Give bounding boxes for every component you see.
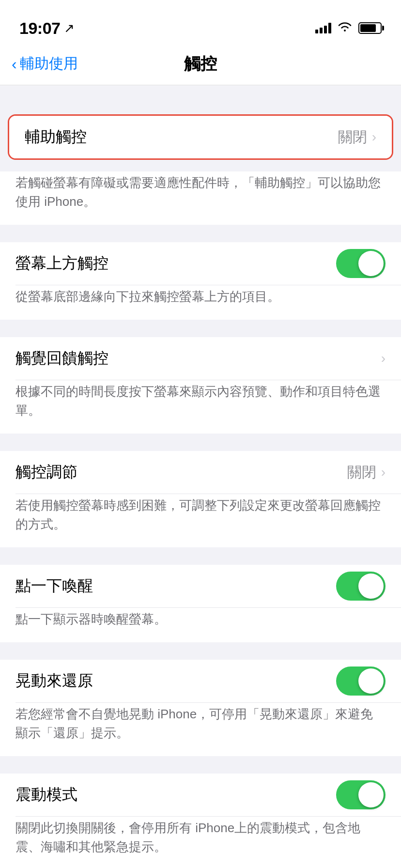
toggle-knob	[358, 251, 384, 276]
tap-wake-label: 點一下喚醒	[15, 575, 93, 597]
toggle-knob	[358, 668, 384, 694]
assistive-touch-value: 關閉 ›	[338, 127, 376, 147]
touch-adjust-row[interactable]: 觸控調節 關閉 ›	[0, 451, 401, 494]
vibration-label: 震動模式	[15, 784, 77, 806]
vibration-row[interactable]: 震動模式	[0, 774, 401, 816]
top-touch-label: 螢幕上方觸控	[15, 253, 108, 274]
chevron-right-icon: ›	[381, 465, 386, 480]
shake-undo-toggle[interactable]	[336, 666, 386, 696]
wifi-icon	[337, 21, 353, 35]
section-gap-5	[0, 642, 401, 660]
section-gap-4	[0, 547, 401, 565]
section-gap-3	[0, 434, 401, 451]
status-icons	[315, 21, 382, 35]
status-time: 19:07	[19, 19, 60, 38]
top-touch-row[interactable]: 螢幕上方觸控	[0, 242, 401, 285]
touch-adjust-label: 觸控調節	[15, 462, 77, 483]
section-gap-1	[0, 225, 401, 242]
shake-undo-row[interactable]: 晃動來還原	[0, 660, 401, 702]
top-touch-description: 從螢幕底部邊緣向下拉來觸控螢幕上方的項目。	[0, 285, 401, 320]
toggle-knob	[358, 782, 384, 807]
location-arrow-icon: ↗	[64, 21, 75, 36]
assistive-touch-label: 輔助觸控	[25, 126, 87, 148]
touch-adjust-status: 關閉	[347, 463, 376, 482]
touch-adjust-right: 關閉 ›	[347, 463, 386, 482]
back-label: 輔助使用	[20, 54, 78, 74]
shake-undo-description: 若您經常會不自覺地晃動 iPhone，可停用「晃動來還原」來避免顯示「還原」提示…	[0, 703, 401, 756]
nav-bar: ‹ 輔助使用 觸控	[0, 43, 401, 85]
vibration-section: 震動模式 關閉此切換開關後，會停用所有 iPhone上的震動模式，包含地震、海嘯…	[0, 774, 401, 868]
touch-adjust-section: 觸控調節 關閉 › 若使用觸控螢幕時感到困難，可調整下列設定來更改螢幕回應觸控的…	[0, 451, 401, 547]
haptic-touch-row[interactable]: 觸覺回饋觸控 ›	[0, 337, 401, 380]
haptic-touch-section: 觸覺回饋觸控 › 根據不同的時間長度按下螢幕來顯示內容預覽、動作和項目特色選單。	[0, 337, 401, 434]
assistive-touch-section: 輔助觸控 關閉 ›	[8, 114, 393, 160]
section-gap-2	[0, 320, 401, 337]
assistive-touch-description: 若觸碰螢幕有障礙或需要適應性配件時，「輔助觸控」可以協助您使用 iPhone。	[0, 171, 401, 225]
back-button[interactable]: ‹ 輔助使用	[12, 54, 78, 74]
touch-adjust-description: 若使用觸控螢幕時感到困難，可調整下列設定來更改螢幕回應觸控的方式。	[0, 494, 401, 547]
battery-icon	[358, 22, 382, 34]
shake-undo-section: 晃動來還原 若您經常會不自覺地晃動 iPhone，可停用「晃動來還原」來避免顯示…	[0, 660, 401, 756]
status-bar: 19:07 ↗	[0, 0, 401, 43]
section-gap-6	[0, 756, 401, 774]
toggle-knob	[358, 574, 384, 599]
vibration-description: 關閉此切換開關後，會停用所有 iPhone上的震動模式，包含地震、海嘯和其他緊急…	[0, 817, 401, 868]
page-title: 觸控	[184, 53, 217, 75]
tap-wake-section: 點一下喚醒 點一下顯示器時喚醒螢幕。	[0, 565, 401, 642]
assistive-touch-status: 關閉	[338, 127, 367, 147]
haptic-touch-label: 觸覺回饋觸控	[15, 348, 108, 369]
tap-wake-row[interactable]: 點一下喚醒	[0, 565, 401, 607]
chevron-left-icon: ‹	[12, 56, 17, 72]
haptic-touch-description: 根據不同的時間長度按下螢幕來顯示內容預覽、動作和項目特色選單。	[0, 380, 401, 434]
chevron-right-icon: ›	[372, 129, 376, 145]
haptic-touch-right: ›	[381, 351, 386, 366]
chevron-right-icon: ›	[381, 351, 386, 366]
section-gap-top	[0, 85, 401, 103]
signal-icon	[315, 23, 331, 33]
vibration-toggle[interactable]	[336, 780, 386, 809]
shake-undo-label: 晃動來還原	[15, 670, 93, 692]
tap-wake-toggle[interactable]	[336, 572, 386, 601]
top-touch-section: 螢幕上方觸控 從螢幕底部邊緣向下拉來觸控螢幕上方的項目。	[0, 242, 401, 320]
top-touch-toggle[interactable]	[336, 249, 386, 278]
tap-wake-description: 點一下顯示器時喚醒螢幕。	[0, 608, 401, 642]
assistive-touch-row[interactable]: 輔助觸控 關閉 ›	[9, 116, 392, 158]
